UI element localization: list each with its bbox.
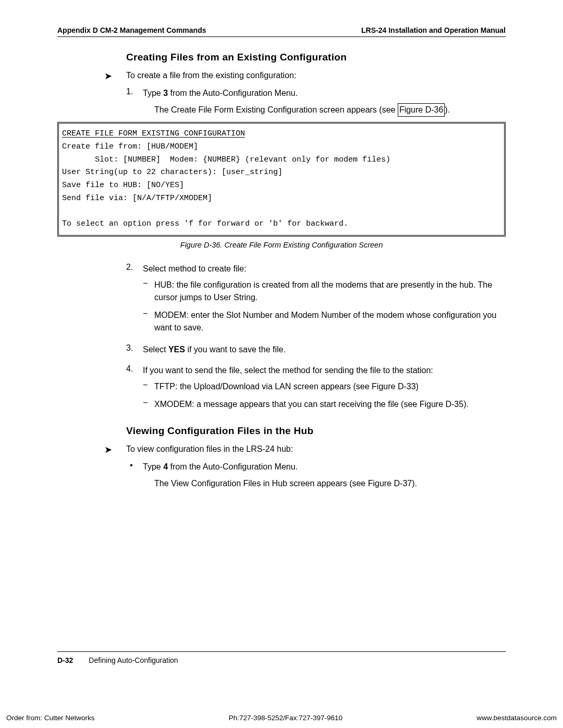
t: The Create File Form Existing Configurat…: [154, 105, 398, 114]
terminal-line: Slot: [NUMBER] Modem: {NUMBER} (relevant…: [62, 155, 390, 164]
t: Type: [143, 462, 163, 471]
t: if you want to save the file.: [187, 345, 286, 354]
dash-modem-text: MODEM: enter the Slot Number and Modem N…: [154, 309, 506, 334]
header-right: LRS-24 Installation and Operation Manual: [361, 26, 506, 34]
step-2-text: Select method to create file:: [143, 263, 246, 275]
figure-link-d36[interactable]: Figure D-36: [398, 103, 445, 117]
step-3-text: Select YES if you want to save the file.: [143, 343, 286, 355]
bottom-bar: Order from: Cutter Networks Ph:727-398-5…: [0, 714, 563, 722]
t: Type: [143, 89, 163, 97]
lead-text-1: To create a file from the existing confi…: [126, 70, 296, 80]
terminal-title: CREATE FILE FORM EXISTING CONFIGURATION: [62, 129, 245, 138]
step-1: 1. Type 3 from the Auto-Configuration Me…: [126, 87, 506, 99]
dash-icon: −: [143, 309, 154, 318]
t: Select: [143, 345, 168, 354]
step-4: 4. If you want to send the file, select …: [126, 364, 506, 376]
step-num: 2.: [126, 263, 143, 272]
step-3: 3. Select YES if you want to save the fi…: [126, 343, 506, 355]
bullet-1-text: Type 4 from the Auto-Configuration Menu.: [143, 461, 298, 473]
figure-caption: Figure D-36. Create File Form Existing C…: [57, 241, 506, 249]
footer-section-title: Defining Auto-Configuration: [89, 656, 178, 664]
step-num: 4.: [126, 364, 143, 374]
terminal-line: Create file from: [HUB/MODEM]: [62, 142, 198, 151]
t: from the Auto-Configuration Menu.: [168, 462, 298, 471]
dash-icon: −: [143, 398, 154, 408]
step-1-sub: The Create File Form Existing Configurat…: [154, 103, 506, 117]
t-bold: 4: [163, 462, 168, 471]
lead-row-2: ➤ To view configuration files in the LRS…: [57, 444, 506, 455]
bullet-icon: •: [130, 461, 143, 470]
step-num: 3.: [126, 343, 143, 353]
dash-hub-text: HUB: the file configuration is created f…: [154, 279, 506, 304]
lead-text-2: To view configuration files in the LRS-2…: [126, 444, 293, 454]
arrow-icon: ➤: [104, 70, 126, 82]
section-title-viewing: Viewing Configuration Files in the Hub: [126, 425, 506, 437]
terminal-line: To select an option press 'f for forward…: [62, 219, 348, 228]
bottom-center: Ph:727-398-5252/Fax:727-397-9610: [229, 714, 342, 722]
dash-xmodem: − XMODEM: a message appears that you can…: [143, 398, 506, 411]
bottom-right: www.bestdatasource.com: [476, 714, 557, 722]
terminal-line: Send file via: [N/A/TFTP/XMODEM]: [62, 194, 212, 203]
header-left: Appendix D CM-2 Management Commands: [57, 26, 206, 34]
footer-page-number: D-32: [57, 656, 73, 664]
step-1-text: Type 3 from the Auto-Configuration Menu.: [143, 87, 298, 99]
step-num: 1.: [126, 87, 143, 96]
t: from the Auto-Configuration Menu.: [168, 89, 298, 97]
dash-modem: − MODEM: enter the Slot Number and Modem…: [143, 309, 506, 334]
dash-tftp: − TFTP: the Upload/Download via LAN scre…: [143, 380, 506, 393]
t-bold: YES: [168, 345, 187, 354]
dash-tftp-text: TFTP: the Upload/Download via LAN screen…: [154, 380, 424, 393]
page-footer: D-32 Defining Auto-Configuration: [57, 651, 506, 664]
arrow-icon: ➤: [104, 444, 126, 455]
dash-icon: −: [143, 279, 154, 288]
dash-xmodem-text: XMODEM: a message appears that you can s…: [154, 398, 474, 411]
bottom-left: Order from: Cutter Networks: [6, 714, 95, 722]
terminal-line: Save file to HUB: [NO/YES]: [62, 181, 184, 190]
dash-icon: −: [143, 380, 154, 390]
dash-hub: − HUB: the file configuration is created…: [143, 279, 506, 304]
section-title-creating: Creating Files from an Existing Configur…: [126, 52, 506, 63]
bullet-1-sub: The View Configuration Files in Hub scre…: [154, 477, 506, 490]
step-2: 2. Select method to create file:: [126, 263, 506, 275]
t-bold: 3: [163, 89, 168, 97]
step-4-text: If you want to send the file, select the…: [143, 364, 433, 376]
bullet-1: • Type 4 from the Auto-Configuration Men…: [130, 461, 506, 473]
terminal-screen: CREATE FILE FORM EXISTING CONFIGURATION …: [57, 122, 506, 237]
page-header: Appendix D CM-2 Management Commands LRS-…: [57, 26, 506, 37]
terminal-line: User String(up to 22 characters): [user_…: [62, 168, 283, 177]
lead-row-1: ➤ To create a file from the existing con…: [57, 70, 506, 82]
t: ).: [445, 105, 450, 114]
